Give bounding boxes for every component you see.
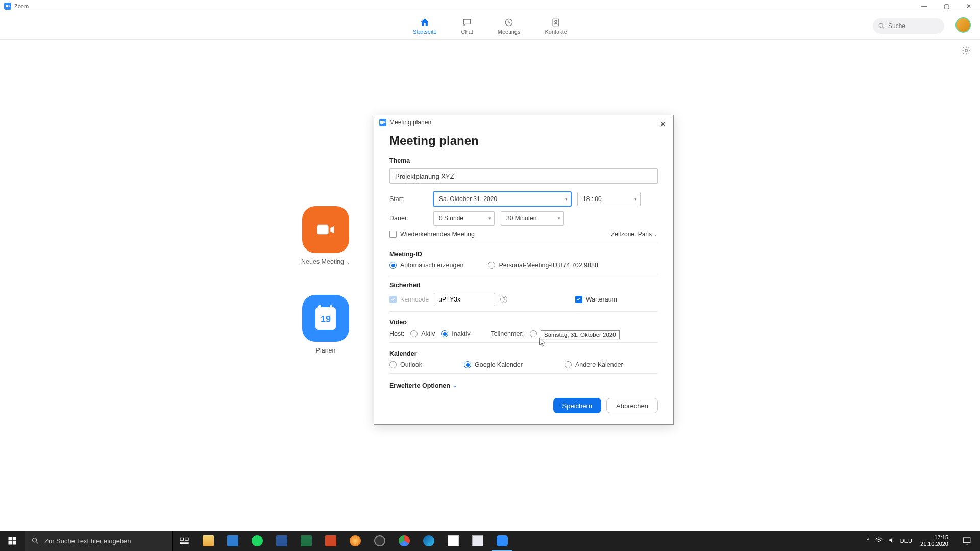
- taskbar-app-chrome[interactable]: [392, 531, 416, 551]
- duration-mins-value: 30 Minuten: [506, 215, 536, 222]
- taskbar-search-placeholder: Zur Suche Text hier eingeben: [44, 537, 131, 545]
- passcode-input[interactable]: [434, 293, 495, 306]
- taskbar-app-explorer[interactable]: [196, 531, 220, 551]
- taskbar-app-powerpoint[interactable]: [318, 531, 343, 551]
- security-title: Sicherheit: [389, 282, 658, 289]
- advanced-options-expand[interactable]: Erweiterte Optionen ⌄: [389, 382, 457, 389]
- taskbar-app-mail[interactable]: [220, 531, 245, 551]
- duration-hours-value: 0 Stunde: [439, 215, 463, 222]
- taskbar-app-spotify[interactable]: [245, 531, 270, 551]
- svg-point-12: [33, 538, 37, 542]
- timezone-select[interactable]: Zeitzone: Paris ⌄: [611, 231, 658, 238]
- auto-id-radio[interactable]: Automatisch erzeugen: [389, 262, 463, 269]
- participant-label: Teilnehmer:: [491, 330, 524, 337]
- topic-input[interactable]: [389, 168, 658, 184]
- other-calendar-radio[interactable]: Andere Kalender: [565, 361, 623, 368]
- start-label: Start:: [389, 195, 427, 203]
- advanced-label: Erweiterte Optionen: [389, 382, 450, 389]
- taskbar-apps: [196, 531, 514, 551]
- zoom-app-icon: [379, 119, 386, 126]
- svg-rect-9: [13, 537, 16, 541]
- chevron-down-icon: ▾: [565, 196, 568, 202]
- divider: [389, 274, 658, 274]
- inactive-label: Inaktiv: [452, 330, 470, 337]
- host-inactive-radio[interactable]: Inaktiv: [441, 330, 470, 337]
- taskbar-app-calc[interactable]: [465, 531, 490, 551]
- svg-rect-15: [180, 542, 188, 543]
- taskbar-app-obs[interactable]: [368, 531, 392, 551]
- duration-row: Dauer: 0 Stunde ▾ 30 Minuten ▾: [389, 211, 658, 226]
- meeting-id-row: Automatisch erzeugen Personal-Meeting-ID…: [389, 262, 658, 269]
- task-view-icon[interactable]: [173, 531, 196, 551]
- taskbar-app-edge[interactable]: [416, 531, 441, 551]
- taskbar-search[interactable]: Zur Suche Text hier eingeben: [24, 531, 173, 551]
- outlook-radio[interactable]: Outlook: [389, 361, 422, 368]
- passcode-checkbox: Kenncode: [389, 296, 429, 303]
- divider: [389, 311, 658, 312]
- date-tooltip: Samstag, 31. Oktober 2020: [541, 330, 620, 339]
- dialog-titlebar: Meeting planen ✕: [374, 115, 673, 130]
- taskbar-app-firefox[interactable]: [343, 531, 368, 551]
- tray-chevron-icon[interactable]: ˄: [867, 538, 870, 544]
- divider: [389, 342, 658, 343]
- start-date-select[interactable]: Sa. Oktober 31, 2020 ▾: [433, 192, 571, 206]
- timezone-value: Zeitzone: Paris: [611, 231, 652, 238]
- divider: [389, 243, 658, 243]
- dialog-overlay: Meeting planen ✕ Meeting planen Thema St…: [0, 0, 980, 551]
- tray-lang[interactable]: DEU: [900, 538, 912, 544]
- start-button[interactable]: [0, 531, 24, 551]
- video-row: Host: Aktiv Inaktiv Teilnehmer: Ak Samst…: [389, 330, 658, 337]
- recurring-row: Wiederkehrendes Meeting Zeitzone: Paris …: [389, 231, 658, 238]
- taskbar: Zur Suche Text hier eingeben ˄ DEU 17:15…: [0, 531, 980, 551]
- chevron-down-icon: ⌄: [654, 232, 658, 237]
- taskbar-app-excel[interactable]: [294, 531, 318, 551]
- start-date-value: Sa. Oktober 31, 2020: [439, 195, 497, 203]
- tray-time: 17:15: [920, 534, 948, 541]
- video-title: Video: [389, 319, 658, 326]
- start-time-select[interactable]: 18 : 00 ▾: [577, 192, 641, 206]
- calendar-row: Outlook Google Kalender Andere Kalender: [389, 361, 658, 368]
- info-icon[interactable]: ?: [500, 296, 507, 303]
- svg-rect-7: [380, 121, 384, 124]
- security-row: Kenncode ? Warteraum: [389, 293, 658, 306]
- chevron-down-icon: ▾: [634, 196, 637, 202]
- svg-rect-10: [9, 541, 12, 545]
- duration-hours-select[interactable]: 0 Stunde ▾: [433, 211, 495, 226]
- meeting-id-title: Meeting-ID: [389, 251, 658, 258]
- host-active-radio[interactable]: Aktiv: [410, 330, 435, 337]
- start-time-value: 18 : 00: [583, 195, 602, 203]
- dialog-body: Meeting planen Thema Start: Sa. Oktober …: [374, 130, 673, 424]
- svg-rect-16: [963, 538, 970, 543]
- topic-label: Thema: [389, 157, 658, 164]
- taskbar-app-zoom[interactable]: [490, 531, 514, 551]
- taskbar-app-word[interactable]: [270, 531, 294, 551]
- taskbar-app-notepad[interactable]: [441, 531, 465, 551]
- dialog-title: Meeting planen: [389, 119, 431, 126]
- close-icon[interactable]: ✕: [656, 118, 669, 130]
- google-calendar-radio[interactable]: Google Kalender: [464, 361, 523, 368]
- svg-rect-8: [9, 537, 12, 541]
- system-tray: ˄ DEU 17:15 21.10.2020: [867, 531, 980, 551]
- pmi-radio[interactable]: Personal-Meeting-ID 874 702 9888: [488, 262, 598, 269]
- tray-wifi-icon[interactable]: [875, 537, 883, 544]
- dialog-button-row: Speichern Abbrechen: [389, 398, 658, 413]
- svg-rect-13: [180, 538, 183, 540]
- tray-notifications-icon[interactable]: [957, 531, 977, 551]
- waiting-room-label: Warteraum: [586, 296, 617, 303]
- save-button[interactable]: Speichern: [553, 398, 602, 413]
- cancel-button[interactable]: Abbrechen: [606, 398, 658, 413]
- tray-volume-icon[interactable]: [888, 537, 895, 545]
- recurring-checkbox[interactable]: Wiederkehrendes Meeting: [389, 231, 475, 238]
- schedule-meeting-dialog: Meeting planen ✕ Meeting planen Thema St…: [374, 115, 674, 425]
- duration-mins-select[interactable]: 30 Minuten ▾: [501, 211, 564, 226]
- host-label: Host:: [389, 330, 404, 337]
- waiting-room-checkbox[interactable]: Warteraum: [575, 296, 617, 303]
- tray-clock[interactable]: 17:15 21.10.2020: [917, 534, 951, 547]
- google-label: Google Kalender: [475, 361, 523, 368]
- pmi-label: Personal-Meeting-ID 874 702 9888: [499, 262, 598, 269]
- dialog-heading: Meeting planen: [389, 134, 658, 148]
- chevron-down-icon: ▾: [488, 216, 491, 221]
- start-row: Start: Sa. Oktober 31, 2020 ▾ 18 : 00 ▾: [389, 192, 658, 206]
- calendar-title: Kalender: [389, 350, 658, 357]
- passcode-label: Kenncode: [400, 296, 429, 303]
